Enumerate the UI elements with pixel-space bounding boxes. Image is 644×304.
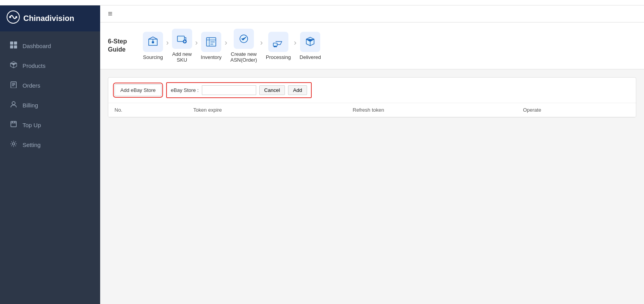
svg-rect-7 xyxy=(11,82,16,88)
svg-rect-27 xyxy=(210,43,213,45)
arrow-5: › xyxy=(294,38,297,47)
sidebar-item-orders-label: Orders xyxy=(23,82,40,89)
add-sku-svg xyxy=(176,33,188,45)
svg-rect-5 xyxy=(10,45,13,48)
ebay-table: No. Token expire Refresh token Operate xyxy=(108,103,636,117)
steps-container: Sourcing › Add newSKU xyxy=(143,29,321,63)
svg-point-1 xyxy=(9,16,11,18)
sourcing-svg xyxy=(147,36,159,48)
sidebar-item-billing-label: Billing xyxy=(23,102,38,109)
hamburger-icon[interactable]: ≡ xyxy=(108,9,113,18)
add-sku-icon-box xyxy=(172,29,192,49)
create-asn-label: Create newASN(Order) xyxy=(231,51,257,63)
step-guide-title: 6-StepGuide xyxy=(108,38,135,54)
delivered-svg xyxy=(304,36,316,48)
sidebar-item-dashboard[interactable]: Dashboard xyxy=(0,36,100,56)
delivered-icon-box xyxy=(300,32,320,52)
col-refresh-token: Refresh token xyxy=(347,103,517,117)
logo-icon xyxy=(6,10,20,27)
sidebar-item-setting[interactable]: Setting xyxy=(0,135,100,155)
sidebar-logo: Chinadivision xyxy=(0,5,100,31)
step-guide-section: 6-StepGuide Sourcing › xyxy=(100,22,644,69)
svg-point-11 xyxy=(12,102,15,105)
dashboard-icon xyxy=(9,41,18,50)
processing-label: Processing xyxy=(266,54,291,60)
processing-icon-box xyxy=(268,32,288,52)
topup-icon xyxy=(9,121,18,130)
top-bar xyxy=(0,0,644,5)
cancel-button[interactable]: Cancel xyxy=(259,85,285,95)
sidebar: Chinadivision Dashboard Products Orders xyxy=(0,5,100,304)
create-asn-icon-box xyxy=(234,29,254,49)
orders-icon xyxy=(9,81,18,90)
add-confirm-button[interactable]: Add xyxy=(288,85,307,95)
step-processing[interactable]: Processing xyxy=(266,32,291,60)
arrow-2: › xyxy=(195,38,198,47)
svg-point-17 xyxy=(152,41,154,43)
svg-point-16 xyxy=(12,143,15,145)
svg-rect-26 xyxy=(210,41,215,43)
sidebar-item-topup-label: Top Up xyxy=(23,122,41,128)
ebay-form-inline: eBay Store : Cancel Add xyxy=(166,82,312,98)
processing-svg xyxy=(273,36,284,48)
ebay-store-input[interactable] xyxy=(202,85,256,95)
arrow-3: › xyxy=(225,38,227,47)
step-sourcing[interactable]: Sourcing xyxy=(143,32,163,60)
ebay-form-label: eBay Store : xyxy=(171,87,199,93)
sidebar-navigation: Dashboard Products Orders Billing xyxy=(0,31,100,159)
header-bar: ≡ xyxy=(100,5,644,22)
sidebar-item-orders[interactable]: Orders xyxy=(0,76,100,95)
svg-rect-6 xyxy=(14,45,17,48)
svg-rect-3 xyxy=(10,41,13,45)
logo-text: Chinadivision xyxy=(23,14,74,23)
step-create-asn[interactable]: Create newASN(Order) xyxy=(231,29,257,63)
billing-icon xyxy=(9,101,18,110)
svg-point-2 xyxy=(16,16,17,18)
arrow-4: › xyxy=(260,38,263,47)
inventory-label: Inventory xyxy=(201,54,221,60)
main-content: ≡ 6-StepGuide Sourcing xyxy=(100,5,644,304)
col-token-expire: Token expire xyxy=(187,103,347,117)
sidebar-item-setting-label: Setting xyxy=(23,142,41,148)
svg-rect-29 xyxy=(273,43,277,46)
ebay-store-header: Add eBay Store eBay Store : Cancel Add xyxy=(108,78,636,103)
sourcing-label: Sourcing xyxy=(143,54,163,60)
table-header: No. Token expire Refresh token Operate xyxy=(108,103,636,117)
ebay-store-section: Add eBay Store eBay Store : Cancel Add N… xyxy=(108,77,636,117)
step-add-new-sku[interactable]: Add newSKU xyxy=(172,29,192,63)
sidebar-item-products[interactable]: Products xyxy=(0,56,100,76)
sidebar-item-topup[interactable]: Top Up xyxy=(0,115,100,135)
svg-rect-12 xyxy=(11,121,16,127)
step-delivered[interactable]: Delivered xyxy=(300,32,321,60)
app-layout: Chinadivision Dashboard Products Orders xyxy=(0,5,644,304)
inventory-svg xyxy=(205,36,217,48)
col-no: No. xyxy=(108,103,187,117)
sidebar-item-dashboard-label: Dashboard xyxy=(23,43,51,49)
arrow-1: › xyxy=(166,38,169,47)
step-inventory[interactable]: Inventory xyxy=(201,32,221,60)
add-sku-label: Add newSKU xyxy=(172,51,192,63)
sidebar-item-billing[interactable]: Billing xyxy=(0,95,100,115)
sidebar-item-products-label: Products xyxy=(23,62,45,69)
svg-point-31 xyxy=(275,46,277,47)
setting-icon xyxy=(9,140,18,149)
inventory-icon-box xyxy=(201,32,221,52)
sourcing-icon-box xyxy=(143,32,163,52)
content-area: Add eBay Store eBay Store : Cancel Add N… xyxy=(100,69,644,304)
svg-point-30 xyxy=(274,46,275,47)
svg-rect-4 xyxy=(14,41,17,45)
col-operate: Operate xyxy=(517,103,636,117)
products-icon xyxy=(9,61,18,70)
create-asn-svg xyxy=(238,33,250,45)
delivered-label: Delivered xyxy=(300,54,321,60)
add-ebay-store-button[interactable]: Add eBay Store xyxy=(115,84,161,96)
